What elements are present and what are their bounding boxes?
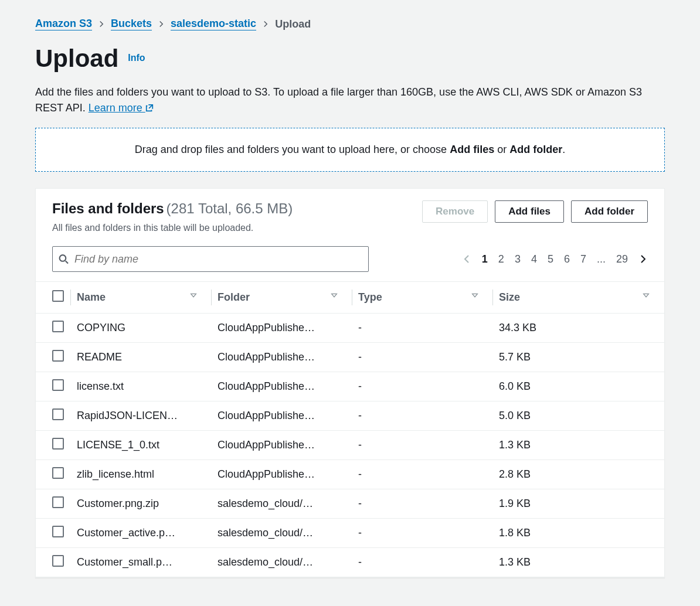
page-header: Upload Info: [35, 45, 665, 73]
cell-size: 1.3 KB: [493, 431, 664, 460]
breadcrumb-link-buckets[interactable]: Buckets: [111, 18, 152, 30]
chevron-right-icon: [262, 21, 269, 28]
row-checkbox[interactable]: [52, 408, 64, 420]
header-type-label: Type: [358, 291, 382, 303]
pagination-page[interactable]: 6: [564, 253, 570, 265]
cell-type: -: [352, 548, 493, 577]
cell-type: -: [352, 314, 493, 343]
cell-type: -: [352, 460, 493, 489]
pagination-page[interactable]: 1: [482, 253, 488, 265]
page-title: Upload: [35, 45, 118, 73]
table-row: Customer_small.p…salesdemo_cloud/…-1.3 K…: [36, 548, 664, 577]
cell-name: Customer.png.zip: [71, 489, 212, 519]
header-size[interactable]: Size: [493, 282, 664, 314]
page-description: Add the files and folders you want to up…: [35, 84, 665, 116]
breadcrumb: Amazon S3 Buckets salesdemo-static Uploa…: [35, 18, 665, 30]
cell-size: 1.8 KB: [493, 519, 664, 548]
cell-folder: CloudAppPublishe…: [212, 401, 352, 431]
dropzone[interactable]: Drag and drop files and folders you want…: [35, 128, 665, 172]
toolbar: 1 2 3 4 5 6 7 ... 29: [36, 239, 664, 281]
cell-type: -: [352, 372, 493, 401]
pagination-next-icon[interactable]: [638, 254, 648, 264]
cell-size: 5.0 KB: [493, 401, 664, 431]
search-wrap: [52, 246, 369, 272]
header-type[interactable]: Type: [352, 282, 493, 314]
cell-name: README: [71, 343, 212, 372]
header-folder[interactable]: Folder: [212, 282, 352, 314]
cell-folder: CloudAppPublishe…: [212, 343, 352, 372]
cell-type: -: [352, 519, 493, 548]
table-row: Customer.png.zipsalesdemo_cloud/…-1.9 KB: [36, 489, 664, 519]
header-folder-label: Folder: [218, 291, 250, 303]
panel-count: (281 Total, 66.5 MB): [166, 200, 293, 216]
files-panel: Files and folders (281 Total, 66.5 MB) A…: [35, 188, 665, 578]
sort-icon: [330, 291, 338, 299]
cell-size: 34.3 KB: [493, 314, 664, 343]
dropzone-text-pre: Drag and drop files and folders you want…: [135, 144, 450, 155]
table-row: COPYINGCloudAppPublishe…-34.3 KB: [36, 314, 664, 343]
svg-point-0: [60, 255, 66, 261]
search-input[interactable]: [74, 253, 362, 265]
cell-folder: salesdemo_cloud/…: [212, 489, 352, 519]
table-row: zlib_license.htmlCloudAppPublishe…-2.8 K…: [36, 460, 664, 489]
header-select-all: [36, 282, 71, 314]
header-name[interactable]: Name: [71, 282, 212, 314]
cell-type: -: [352, 431, 493, 460]
row-checkbox[interactable]: [52, 350, 64, 362]
chevron-right-icon: [98, 21, 105, 28]
pagination-page[interactable]: 3: [515, 253, 521, 265]
pagination-prev-icon[interactable]: [462, 254, 471, 264]
cell-size: 1.3 KB: [493, 548, 664, 577]
cell-folder: salesdemo_cloud/…: [212, 519, 352, 548]
select-all-checkbox[interactable]: [52, 290, 64, 302]
cell-name: Customer_small.p…: [71, 548, 212, 577]
cell-name: license.txt: [71, 372, 212, 401]
cell-name: COPYING: [71, 314, 212, 343]
row-checkbox[interactable]: [52, 438, 64, 450]
panel-subtitle: All files and folders in this table will…: [52, 223, 416, 233]
sort-icon: [189, 291, 198, 299]
row-checkbox[interactable]: [52, 496, 64, 508]
panel-actions: Remove Add files Add folder: [422, 200, 648, 223]
header-size-label: Size: [499, 291, 520, 303]
add-files-button[interactable]: Add files: [495, 200, 564, 223]
cell-name: LICENSE_1_0.txt: [71, 431, 212, 460]
breadcrumb-link-s3[interactable]: Amazon S3: [35, 18, 92, 30]
cell-name: RapidJSON-LICEN…: [71, 401, 212, 431]
pagination-page[interactable]: 4: [531, 253, 537, 265]
cell-type: -: [352, 343, 493, 372]
panel-title: Files and folders: [52, 200, 164, 216]
table-row: READMECloudAppPublishe…-5.7 KB: [36, 343, 664, 372]
row-checkbox[interactable]: [52, 467, 64, 479]
dropzone-add-folder-bold: Add folder: [509, 144, 562, 155]
panel-header: Files and folders (281 Total, 66.5 MB) A…: [36, 189, 664, 239]
cell-folder: CloudAppPublishe…: [212, 460, 352, 489]
cell-type: -: [352, 489, 493, 519]
dropzone-add-files-bold: Add files: [450, 144, 494, 155]
breadcrumb-link-bucket-name[interactable]: salesdemo-static: [171, 18, 256, 30]
row-checkbox[interactable]: [52, 526, 64, 537]
pagination-page[interactable]: 7: [580, 253, 586, 265]
cell-folder: CloudAppPublishe…: [212, 372, 352, 401]
row-checkbox[interactable]: [52, 555, 64, 567]
pagination-page[interactable]: 29: [616, 253, 628, 265]
dropzone-text-mid: or: [494, 144, 509, 155]
row-checkbox[interactable]: [52, 321, 64, 332]
learn-more-link[interactable]: Learn more: [89, 102, 154, 114]
add-folder-button[interactable]: Add folder: [571, 200, 648, 223]
pagination-page[interactable]: 5: [548, 253, 553, 265]
table-row: RapidJSON-LICEN…CloudAppPublishe…-5.0 KB: [36, 401, 664, 431]
files-table: Name Folder Type Size: [36, 281, 664, 577]
table-row: LICENSE_1_0.txtCloudAppPublishe…-1.3 KB: [36, 431, 664, 460]
cell-type: -: [352, 401, 493, 431]
external-link-icon: [145, 104, 154, 112]
info-link[interactable]: Info: [128, 53, 145, 63]
remove-button[interactable]: Remove: [422, 200, 488, 223]
cell-folder: salesdemo_cloud/…: [212, 548, 352, 577]
sort-icon: [471, 291, 479, 299]
pagination-page[interactable]: 2: [498, 253, 504, 265]
breadcrumb-current: Upload: [275, 18, 311, 30]
pagination: 1 2 3 4 5 6 7 ... 29: [462, 253, 648, 265]
row-checkbox[interactable]: [52, 379, 64, 391]
pagination-ellipsis: ...: [597, 253, 606, 265]
